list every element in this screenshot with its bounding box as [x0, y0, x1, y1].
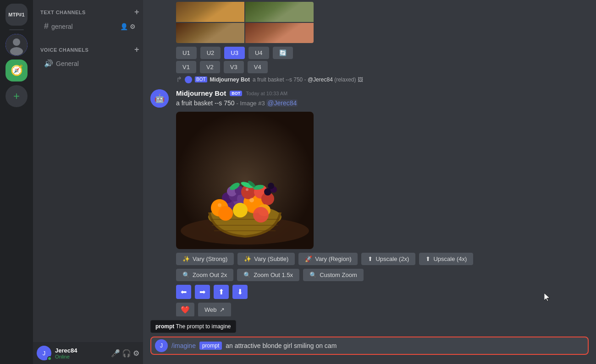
upscale-4x-button[interactable]: ⬆ Upscale (4x) [419, 253, 473, 265]
channel-user-icon[interactable]: 👤 [120, 23, 128, 30]
v2-button[interactable]: V2 [200, 61, 220, 73]
message-avatar-bot: 🤖 [150, 89, 169, 108]
svg-point-38 [246, 188, 248, 191]
reply-author: Midjourney Bot [210, 76, 250, 83]
svg-point-31 [264, 188, 271, 196]
message-author: Midjourney Bot [176, 89, 226, 97]
input-tooltip: prompt The prompt to imagine [150, 320, 236, 333]
bot-badge: BOT [230, 91, 242, 96]
svg-point-35 [253, 207, 269, 223]
user-avatar: J [37, 346, 51, 360]
user-area: J Jerec84 Online 🎤 🎧 ⚙ [33, 342, 143, 364]
arrow-right-button[interactable]: ➡ [195, 285, 210, 299]
message-group-main: 🤖 Midjourney Bot BOT Today at 10:33 AM a… [150, 86, 589, 316]
svg-point-36 [249, 198, 254, 202]
u4-button[interactable]: U4 [248, 47, 269, 59]
zoom-out-1-5x-button[interactable]: 🔍 Zoom Out 1.5x [237, 269, 299, 281]
message-text: a fruit basket --s 750 - Image #3 @Jerec… [176, 99, 589, 108]
upscale-2x-icon: ⬆ [368, 255, 373, 262]
input-area: prompt The prompt to imagine J /imagine … [143, 316, 596, 364]
add-server-button[interactable]: + [6, 85, 28, 107]
add-channel-button[interactable]: + [134, 7, 139, 17]
partial-image-grid [176, 2, 314, 43]
user-actions: 🎤 🎧 ⚙ [111, 349, 139, 358]
input-avatar: J [155, 339, 168, 352]
svg-point-37 [218, 203, 221, 207]
messages-area: U1 U2 U3 U4 🔄 V1 V2 V3 V4 ↱ BOT Midjourn… [143, 0, 596, 316]
arrow-row: ⬅ ➡ ⬆ ⬇ [176, 285, 589, 299]
grid-cell-4 [245, 23, 314, 43]
main-content: U1 U2 U3 U4 🔄 V1 V2 V3 V4 ↱ BOT Midjourn… [143, 0, 596, 364]
arrow-down-button[interactable]: ⬇ [232, 285, 248, 299]
heart-button[interactable]: ❤️ [176, 303, 194, 316]
user-name: Jerec84 [55, 347, 107, 354]
arrow-up-button[interactable]: ⬆ [214, 285, 229, 299]
external-link-icon: ↗ [220, 306, 225, 313]
message-input[interactable] [226, 342, 584, 349]
u2-button[interactable]: U2 [200, 47, 221, 59]
svg-point-33 [268, 183, 274, 189]
message-timestamp: Today at 10:33 AM [246, 91, 287, 96]
server-icon-2[interactable] [6, 34, 28, 56]
server-sidebar: MTP#1 🧭 + [0, 0, 33, 364]
u3-button[interactable]: U3 [224, 47, 245, 59]
vary-subtle-button[interactable]: ✨ Vary (Subtle) [237, 253, 295, 265]
settings-icon[interactable]: ⚙ [133, 349, 139, 358]
reply-indicator: ↱ BOT Midjourney Bot a fruit basket --s … [150, 75, 589, 84]
refresh-button[interactable]: 🔄 [273, 47, 293, 59]
zoom-out-2x-button[interactable]: 🔍 Zoom Out 2x [176, 269, 233, 281]
channel-settings-icon[interactable]: ⚙ [130, 23, 136, 30]
custom-zoom-icon: 🔍 [309, 272, 317, 278]
vary-region-button[interactable]: 🚀 Vary (Region) [298, 253, 358, 265]
reply-bot-badge: BOT [195, 76, 207, 82]
svg-text:🤖: 🤖 [155, 93, 165, 103]
grid-cell-2 [245, 2, 314, 22]
svg-point-25 [233, 203, 248, 217]
svg-point-34 [218, 206, 233, 221]
channel-icons: 👤 ⚙ [120, 23, 136, 30]
upscale-2x-button[interactable]: ⬆ Upscale (2x) [361, 253, 415, 265]
server-mtp[interactable]: MTP#1 [6, 4, 28, 26]
vary-strong-button[interactable]: ✨ Vary (Strong) [176, 253, 234, 265]
zoom-row: 🔍 Zoom Out 2x 🔍 Zoom Out 1.5x 🔍 Custom Z… [176, 269, 589, 281]
zoom-2x-icon: 🔍 [182, 272, 190, 278]
server-divider [9, 29, 24, 30]
vary-upscale-row: ✨ Vary (Strong) ✨ Vary (Subtle) 🚀 Vary (… [176, 253, 589, 265]
mic-icon[interactable]: 🎤 [111, 349, 120, 358]
voice-channel-general[interactable]: 🔊 General [37, 56, 139, 71]
headset-icon[interactable]: 🎧 [122, 349, 131, 358]
v4-button[interactable]: V4 [248, 61, 268, 73]
reply-text: a fruit basket --s 750 - @Jerec84 (relax… [253, 76, 363, 83]
input-command: /imagine [171, 342, 196, 349]
user-status: Online [55, 354, 107, 359]
svg-point-1 [13, 38, 20, 46]
channel-hash-icon: # [44, 22, 49, 31]
voice-channels-section: VOICE CHANNELS + 🔊 General [33, 38, 143, 71]
server-icon-mtp[interactable]: MTP#1 [6, 4, 28, 26]
status-dot [47, 356, 52, 361]
web-button[interactable]: Web ↗ [198, 303, 231, 316]
user-info: Jerec84 Online [55, 347, 107, 359]
server-icon-green[interactable]: 🧭 [6, 60, 28, 81]
arrow-left-button[interactable]: ⬅ [176, 285, 191, 299]
v3-button[interactable]: V3 [224, 61, 244, 73]
text-channels-header: TEXT CHANNELS + [33, 0, 143, 19]
reply-avatar [185, 76, 192, 83]
u1-button[interactable]: U1 [176, 47, 197, 59]
upscale-4x-icon: ⬆ [425, 255, 430, 262]
channel-general[interactable]: # general 👤 ⚙ [37, 19, 139, 34]
zoom-1-5x-icon: 🔍 [243, 272, 251, 278]
custom-zoom-button[interactable]: 🔍 Custom Zoom [303, 269, 364, 281]
fruit-basket-image[interactable] [176, 112, 314, 249]
add-voice-channel-button[interactable]: + [134, 45, 139, 54]
grid-cell-1 [176, 2, 244, 22]
vary-subtle-icon: ✨ [244, 255, 251, 262]
heart-web-row: ❤️ Web ↗ [176, 303, 589, 316]
vary-strong-icon: ✨ [182, 255, 190, 262]
v1-button[interactable]: V1 [176, 61, 196, 73]
partial-message-top: U1 U2 U3 U4 🔄 V1 V2 V3 V4 [150, 0, 589, 75]
grid-cell-3 [176, 23, 244, 43]
upscale-buttons-row: U1 U2 U3 U4 🔄 [176, 47, 589, 59]
input-box: J /imagine prompt [150, 337, 589, 355]
channel-sidebar: TEXT CHANNELS + # general 👤 ⚙ VOICE CHAN… [33, 0, 143, 364]
